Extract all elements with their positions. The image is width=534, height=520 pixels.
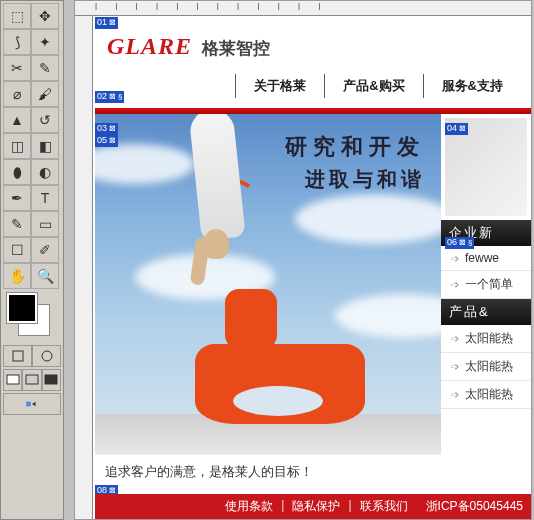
slice-marker-02[interactable]: 02⊠§ <box>95 91 124 103</box>
hero-figure-chair <box>195 344 365 424</box>
heal-tool[interactable]: ⌀ <box>3 81 31 107</box>
brand-name-en: GLARE <box>107 33 192 60</box>
svg-rect-0 <box>13 351 23 361</box>
nav-products[interactable]: 产品&购买 <box>324 74 422 98</box>
nav-service[interactable]: 服务&支持 <box>423 74 521 98</box>
svg-rect-2 <box>7 375 19 384</box>
hero-caption: 追求客户的满意，是格莱人的目标！ <box>95 454 441 489</box>
history-brush-tool[interactable]: ↺ <box>31 107 59 133</box>
page-footer: 使用条款| 隐私保护| 联系我们 浙ICP备05045445 <box>95 494 531 519</box>
product-item[interactable]: ➩太阳能热 <box>441 325 531 353</box>
screen-mode-1-icon[interactable] <box>3 369 22 391</box>
footer-icp: 浙ICP备05045445 <box>426 498 523 515</box>
svg-rect-5 <box>26 402 31 407</box>
hero-figure-person <box>175 114 255 289</box>
slice-link-icon: ⊠ <box>109 123 116 134</box>
move-tool[interactable]: ✥ <box>31 3 59 29</box>
path-tool[interactable]: ✒ <box>3 185 31 211</box>
hand-tool[interactable]: ✋ <box>3 263 31 289</box>
blur-tool[interactable]: ⬮ <box>3 159 31 185</box>
gradient-tool[interactable]: ◧ <box>31 133 59 159</box>
standard-mode-icon[interactable] <box>3 345 32 367</box>
pen-tool[interactable]: ✎ <box>3 211 31 237</box>
dodge-tool[interactable]: ◐ <box>31 159 59 185</box>
svg-point-1 <box>42 351 52 361</box>
main-nav: 关于格莱 产品&购买 服务&支持 <box>107 74 521 98</box>
slice-chain-icon: § <box>468 237 472 248</box>
footer-terms[interactable]: 使用条款 <box>225 498 273 515</box>
color-swatches[interactable] <box>7 293 57 341</box>
slice-marker-06[interactable]: 06⊠§ <box>445 237 474 249</box>
slice-marker-01[interactable]: 01⊠ <box>95 17 118 29</box>
slice-link-icon: ⊠ <box>459 123 466 134</box>
nav-about[interactable]: 关于格莱 <box>235 74 324 98</box>
wand-tool[interactable]: ✦ <box>31 29 59 55</box>
sidebar-products-head: 产品& <box>441 299 531 325</box>
marquee-tool[interactable]: ⬚ <box>3 3 31 29</box>
zoom-tool[interactable]: 🔍 <box>31 263 59 289</box>
webpage-mockup: GLARE 格莱智控 关于格莱 产品&购买 服务&支持 <box>95 17 531 519</box>
document-canvas: | | | | | | | | | | | | GLARE 格莱智控 关于格莱 … <box>74 0 532 520</box>
slice-marker-03[interactable]: 03⊠ <box>95 123 118 135</box>
slice-marker-05[interactable]: 05⊠ <box>95 135 118 147</box>
type-tool[interactable]: T <box>31 185 59 211</box>
hero-line2: 进取与和谐 <box>285 166 425 193</box>
photoshop-toolbox: ⬚✥ ⟆✦ ✂✎ ⌀🖌 ▲↺ ◫◧ ⬮◐ ✒T ✎▭ ☐✐ ✋🔍 <box>0 0 64 520</box>
slice-marker-04[interactable]: 04⊠ <box>445 123 468 135</box>
slice-link-icon: ⊠ <box>109 91 116 102</box>
screen-mode-3-icon[interactable] <box>42 369 61 391</box>
arrow-icon: ➩ <box>451 253 459 264</box>
brand-name-cn: 格莱智控 <box>202 37 270 60</box>
eyedropper-tool[interactable]: ✐ <box>31 237 59 263</box>
page-header: GLARE 格莱智控 关于格莱 产品&购买 服务&支持 <box>95 17 531 108</box>
product-item[interactable]: ➩太阳能热 <box>441 353 531 381</box>
slice-chain-icon: § <box>118 91 122 102</box>
brand-logo: GLARE 格莱智控 <box>107 33 521 60</box>
slice-link-icon: ⊠ <box>109 17 116 28</box>
hero-headline: 研究和开发 进取与和谐 <box>285 132 425 193</box>
quickmask-mode-icon[interactable] <box>32 345 61 367</box>
arrow-icon: ➩ <box>451 333 459 344</box>
svg-rect-4 <box>45 375 57 384</box>
imageready-icon[interactable] <box>3 393 61 415</box>
footer-contact[interactable]: 联系我们 <box>360 498 408 515</box>
news-item[interactable]: ➩一个简单 <box>441 271 531 299</box>
lasso-tool[interactable]: ⟆ <box>3 29 31 55</box>
hero-section: 研究和开发 进取与和谐 追求客户的满意，是格莱人的目标！ <box>95 114 441 489</box>
shape-tool[interactable]: ▭ <box>31 211 59 237</box>
stamp-tool[interactable]: ▲ <box>3 107 31 133</box>
sidebar: 企业新 ➩fewwe ➩一个简单 产品& ➩太阳能热 ➩太阳能热 ➩太阳能热 <box>441 114 531 489</box>
vertical-ruler <box>75 16 93 519</box>
eraser-tool[interactable]: ◫ <box>3 133 31 159</box>
screen-mode-2-icon[interactable] <box>22 369 41 391</box>
hero-image: 研究和开发 进取与和谐 <box>95 114 441 454</box>
hero-line1: 研究和开发 <box>285 132 425 162</box>
notes-tool[interactable]: ☐ <box>3 237 31 263</box>
arrow-icon: ➩ <box>451 279 459 290</box>
arrow-icon: ➩ <box>451 389 459 400</box>
foreground-color-swatch[interactable] <box>7 293 37 323</box>
slice-tool[interactable]: ✎ <box>31 55 59 81</box>
svg-rect-3 <box>26 375 38 384</box>
product-item[interactable]: ➩太阳能热 <box>441 381 531 409</box>
brush-tool[interactable]: 🖌 <box>31 81 59 107</box>
slice-link-icon: ⊠ <box>459 237 466 248</box>
news-item[interactable]: ➩fewwe <box>441 246 531 271</box>
arrow-icon: ➩ <box>451 361 459 372</box>
footer-privacy[interactable]: 隐私保护 <box>292 498 340 515</box>
crop-tool[interactable]: ✂ <box>3 55 31 81</box>
slice-link-icon: ⊠ <box>109 135 116 146</box>
horizontal-ruler: | | | | | | | | | | | | <box>75 1 531 16</box>
